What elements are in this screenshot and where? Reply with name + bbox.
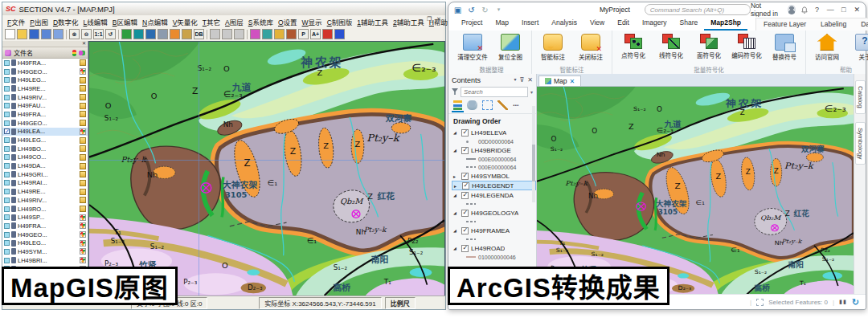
layer-row[interactable]: H49LEGENDT xyxy=(452,181,536,190)
help-icon[interactable]: ? xyxy=(813,6,821,14)
ribbon-button[interactable]: 编码符号化 xyxy=(728,32,765,65)
ribbon-button[interactable]: 面符号化 xyxy=(690,32,727,65)
expand-arrow-icon[interactable] xyxy=(453,173,459,179)
notifications-bell-icon[interactable] xyxy=(801,6,808,14)
zoom-in-icon[interactable]: ⊕ xyxy=(69,29,80,39)
map-view-tab[interactable]: Map ✕ xyxy=(538,75,581,86)
symbol-lib-icon[interactable] xyxy=(170,29,180,39)
file-visibility-checkbox[interactable] xyxy=(4,206,10,212)
attribute-table-icon[interactable] xyxy=(133,29,144,39)
node-edit-icon[interactable] xyxy=(250,29,260,39)
ribbon-tab[interactable]: Project xyxy=(455,17,489,31)
save-all-icon[interactable] xyxy=(41,29,51,39)
file-row[interactable]: H49FRA... xyxy=(2,110,88,119)
status-scale[interactable]: 比例尺 xyxy=(385,297,416,309)
layer-visibility-checkbox[interactable] xyxy=(461,245,469,252)
ribbon-button[interactable]: 复位全图 xyxy=(492,32,529,65)
mapgis-map-canvas[interactable]: 神农架 九道 双河寨 大神农架 3105 红花 南阳 竹贤 高桥 Z Z Z Z… xyxy=(88,41,445,296)
file-row[interactable]: H49FRA... xyxy=(2,222,88,230)
layer-row[interactable]: H49SYMBOL xyxy=(452,171,536,181)
file-visibility-checkbox[interactable] xyxy=(4,86,10,92)
selected-features-count[interactable]: Selected Features: 0 xyxy=(768,299,828,306)
file-row[interactable]: H49GEO... xyxy=(2,67,88,76)
zoom-1-1-icon[interactable]: 1:1 xyxy=(93,29,104,39)
maximize-icon[interactable]: □ xyxy=(840,6,848,14)
ribbon-tab[interactable]: Edit xyxy=(611,17,636,31)
menu-item[interactable]: T其它 xyxy=(203,17,220,26)
layer-symbol-row[interactable]: 000E00000064 xyxy=(452,155,536,163)
avatar-icon[interactable] xyxy=(788,5,796,14)
panel-menu-icon[interactable]: ▾ xyxy=(514,76,516,84)
contents-scrollbar[interactable] xyxy=(532,106,535,202)
file-row[interactable]: H49FAU... xyxy=(2,101,88,110)
menu-item[interactable]: P出图 xyxy=(30,17,48,26)
qat-customize-icon[interactable]: ▾ xyxy=(494,6,503,14)
print-icon[interactable] xyxy=(158,29,168,39)
mdi-window-controls[interactable]: – ❐ ✕ xyxy=(419,16,443,22)
ribbon-button[interactable]: 访问官网 xyxy=(809,32,845,65)
sep3-icon[interactable] xyxy=(207,30,207,39)
menu-item[interactable]: N点编辑 xyxy=(142,17,168,26)
file-row[interactable]: LH49BO... xyxy=(2,145,88,153)
file-visibility-checkbox[interactable] xyxy=(4,172,10,177)
save-icon[interactable]: ▣ xyxy=(453,6,462,14)
layer-symbol-row[interactable]: 000E00000064 xyxy=(452,163,536,171)
file-row[interactable]: LH49SP... xyxy=(2,213,88,222)
filter-icon[interactable] xyxy=(452,88,458,95)
ribbon-tab[interactable]: Share xyxy=(674,17,705,31)
file-row[interactable]: LH49RE... xyxy=(2,187,88,196)
layer-row[interactable]: LH49BRIDGE xyxy=(452,145,536,155)
layer-symbol-row[interactable] xyxy=(452,218,536,226)
file-visibility-checkbox[interactable] xyxy=(4,120,10,126)
file-row[interactable]: H49LEG... xyxy=(2,75,88,84)
file-visibility-checkbox[interactable] xyxy=(4,112,10,117)
expand-arrow-icon[interactable] xyxy=(453,130,459,135)
file-row[interactable]: LH49GRI... xyxy=(2,170,88,179)
list-by-editing-icon[interactable] xyxy=(497,100,508,110)
refresh-map-icon[interactable]: ↻ xyxy=(852,297,859,308)
expand-arrow-icon[interactable] xyxy=(453,148,459,153)
layer-symbol-row[interactable]: 010000000046 xyxy=(452,253,536,261)
font-size-icon[interactable]: A+ xyxy=(310,29,321,39)
list-by-selection-icon[interactable] xyxy=(482,100,493,110)
file-visibility-checkbox[interactable] xyxy=(4,198,10,203)
menu-item[interactable]: W显示 xyxy=(302,17,322,26)
close-tab-icon[interactable]: ✕ xyxy=(570,78,575,85)
file-visibility-checkbox[interactable] xyxy=(4,163,10,169)
file-row[interactable]: LH49DA... xyxy=(2,161,88,170)
file-visibility-checkbox[interactable] xyxy=(4,69,10,75)
menu-item[interactable]: V矢量化 xyxy=(173,17,198,26)
layer-row[interactable]: LH49ROAD xyxy=(452,243,536,253)
command-search-input[interactable] xyxy=(645,4,751,15)
expand-arrow-icon[interactable] xyxy=(453,210,459,215)
sep1-icon[interactable] xyxy=(66,30,67,39)
file-row[interactable]: LH49BRI... xyxy=(2,256,88,265)
file-row[interactable]: H49LEA... xyxy=(2,128,88,137)
file-visibility-checkbox[interactable] xyxy=(4,223,10,229)
ribbon-tab[interactable]: Map2Shp xyxy=(704,17,747,31)
file-visibility-checkbox[interactable] xyxy=(4,249,10,255)
layer-visibility-checkbox[interactable] xyxy=(461,129,469,137)
ribbon-button[interactable]: 线符号化 xyxy=(653,32,690,65)
menu-item[interactable]: O设置 xyxy=(278,17,297,26)
open-icon[interactable] xyxy=(17,29,27,39)
query-icon[interactable] xyxy=(182,29,192,39)
erase-icon[interactable] xyxy=(286,29,297,39)
menu-item[interactable]: S系统库 xyxy=(248,17,273,26)
menu-item[interactable]: A图层 xyxy=(225,17,244,26)
file-visibility-checkbox[interactable] xyxy=(4,214,10,220)
contents-search-input[interactable] xyxy=(461,87,528,97)
file-visibility-checkbox[interactable] xyxy=(4,103,10,108)
sign-in-status[interactable]: Not signed in xyxy=(751,2,782,18)
layer-row[interactable]: H49GEOLOGYA xyxy=(452,208,536,218)
file-visibility-checkbox[interactable] xyxy=(4,77,10,83)
pause-drawing-icon[interactable]: ▮▮ xyxy=(839,299,847,305)
panel-close-icon[interactable]: ✕ xyxy=(82,41,86,47)
new-icon[interactable] xyxy=(5,29,15,39)
save-project-icon[interactable] xyxy=(53,29,63,39)
panel-close-icon[interactable]: ✕ xyxy=(527,76,533,84)
pen-red-icon[interactable] xyxy=(322,29,333,39)
ribbon-button[interactable]: 点符号化 xyxy=(615,32,652,65)
file-row[interactable]: LH49RE... xyxy=(2,84,88,93)
ribbon-button[interactable]: 关闭标注 xyxy=(572,32,609,65)
